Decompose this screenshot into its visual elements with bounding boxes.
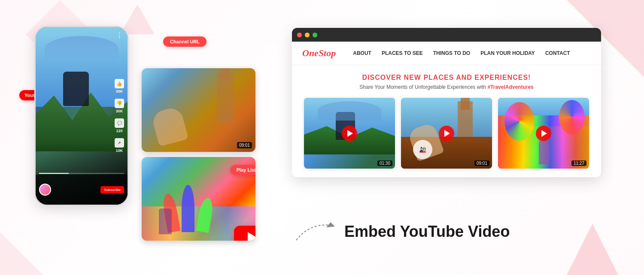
video-card-2[interactable]: 🎎 09:01 [401,98,492,169]
phone-bottom-bar: Subscribe [36,175,128,205]
nav-things-to-do[interactable]: THINGS TO DO [433,50,470,56]
embed-text-section: Embed YouTube Video [292,219,510,245]
browser-close-dot[interactable] [297,33,302,37]
nav-contact[interactable]: CONTACT [545,50,570,56]
phone-dislike-group: 👎 30K [115,99,124,113]
subscribe-button[interactable]: Subscribe [100,186,124,193]
like-count: 30K [116,89,123,94]
video-card-3[interactable]: 11:27 [498,98,589,169]
nav-links: ABOUT PLACES TO SEE THINGS TO DO PLAN YO… [353,50,591,56]
share-icon[interactable]: ↗ [115,138,124,148]
browser-titlebar [292,28,601,42]
website-nav: OneStop ABOUT PLACES TO SEE THINGS TO DO… [292,42,601,65]
video-card-3-play[interactable] [536,126,551,141]
video-card-2-duration: 09:01 [474,160,489,166]
browser-mockup: OneStop ABOUT PLACES TO SEE THINGS TO DO… [292,28,601,177]
deco-shape-bottom-left [0,232,43,275]
dashed-arrow-icon [292,219,339,245]
hashtag: #TravelAdventures [487,84,533,90]
discover-title: DISCOVER NEW PLACES AND EXPERIENCES! [304,74,589,82]
website-main: DISCOVER NEW PLACES AND EXPERIENCES! Sha… [292,65,601,177]
nav-places-to-see[interactable]: PLACES TO SEE [382,50,423,56]
video-1-duration: 09:01 [237,142,252,148]
deco-shape-bottom-right [567,224,618,275]
browser-maximize-dot[interactable] [313,33,317,37]
phone-mockup: ⋮ 👍 30K 👎 30K 💬 120 [34,26,129,206]
phone-screen: ⋮ 👍 30K 👎 30K 💬 120 [36,27,128,205]
share-count: 10K [116,148,123,153]
video-grid: 01:30 🎎 [304,98,589,169]
playlist-badge[interactable]: Play List [231,165,255,175]
comment-icon[interactable]: 💬 [115,118,124,128]
phone-sidebar-icons: 👍 30K 👎 30K 💬 120 ↗ 10K [115,79,124,153]
video-thumbnail-2[interactable]: Play List 11:27 [142,157,255,241]
video-card-3-duration: 11:27 [571,160,586,166]
phone-comment-group: 💬 120 [115,118,124,133]
browser-minimize-dot[interactable] [305,33,310,37]
video-card-1-duration: 01:30 [377,160,392,166]
like-icon[interactable]: 👍 [115,79,124,88]
nav-about[interactable]: ABOUT [353,50,371,56]
comment-count: 120 [116,129,122,133]
video-thumbnail-1[interactable]: 09:01 [142,68,255,152]
site-logo[interactable]: OneStop [302,48,336,59]
phone-avatar [39,184,51,196]
phone-progress-bar[interactable] [39,173,124,174]
phone-share-group: ↗ 10K [115,138,124,153]
nav-plan-holiday[interactable]: PLAN YOUR HOLIDAY [480,50,535,56]
video-card-1-play[interactable] [342,126,357,141]
youtube-big-button[interactable] [234,226,255,241]
video-card-2-play[interactable] [439,126,454,141]
phone-menu-dots[interactable]: ⋮ [116,31,123,39]
embed-youtube-title: Embed YouTube Video [344,223,510,241]
middle-video-section: Channel URL 09:01 Play List 11:27 [142,36,262,241]
dislike-icon[interactable]: 👎 [115,99,124,108]
video-card-1[interactable]: 01:30 [304,98,395,169]
phone-like-group: 👍 30K [115,79,124,94]
dislike-count: 30K [116,109,123,113]
browser-website-content: OneStop ABOUT PLACES TO SEE THINGS TO DO… [292,42,601,177]
phone-section: Youtube Shorts ⋮ [26,26,137,206]
channel-url-badge[interactable]: Channel URL [163,36,207,47]
phone-progress-fill [39,173,69,174]
share-text: Share Your Moments of Unforgettable Expe… [304,84,589,90]
